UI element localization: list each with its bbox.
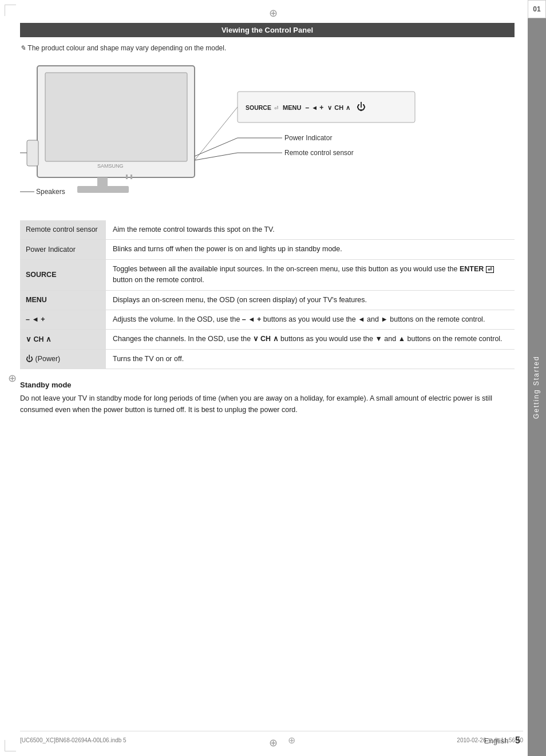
- feature-desc-cell-3: Displays an on-screen menu, the OSD (on …: [106, 290, 515, 310]
- svg-rect-1: [45, 73, 187, 161]
- footer-left: [UC6500_XC]BN68-02694A-00L06.indb 5: [20, 737, 126, 743]
- subtitle-text: The product colour and shape may vary de…: [27, 44, 226, 52]
- feature-desc-cell-5: Changes the channels. In the OSD, use th…: [106, 330, 515, 349]
- standby-section: Standby mode Do not leave your TV in sta…: [20, 381, 515, 415]
- feature-desc-cell-1: Blinks and turns off when the power is o…: [106, 240, 515, 259]
- left-compass-icon: ⊕: [8, 372, 17, 385]
- feature-desc-cell-0: Aim the remote control towards this spot…: [106, 220, 515, 240]
- feature-desc-cell-2: Toggles between all the available input …: [106, 259, 515, 290]
- svg-rect-3: [126, 175, 128, 179]
- svg-rect-4: [130, 175, 132, 179]
- feature-row-3: MENUDisplays an on-screen menu, the OSD …: [20, 290, 515, 310]
- page-number-area: English 5: [484, 735, 520, 746]
- feature-row-0: Remote control sensorAim the remote cont…: [20, 220, 515, 240]
- svg-line-10: [195, 107, 238, 160]
- corner-tl: [5, 5, 16, 16]
- svg-line-13: [195, 153, 238, 160]
- svg-rect-7: [77, 186, 129, 193]
- feature-row-5: ∨ CH ∧Changes the channels. In the OSD, …: [20, 330, 515, 349]
- page-number: 5: [515, 735, 520, 745]
- tv-diagram: SAMSUNG SOURCE ⏎ MENU – ◄ + ∨ CH ∧: [20, 60, 515, 209]
- right-sidebar: 01 Getting Started: [528, 0, 546, 756]
- feature-name-cell-2: SOURCE: [20, 259, 106, 290]
- footer-compass: ⊕: [288, 735, 295, 746]
- tv-illustration-svg: SAMSUNG SOURCE ⏎ MENU – ◄ + ∨ CH ∧: [20, 60, 518, 209]
- feature-name-cell-4: – ◄ +: [20, 310, 106, 329]
- svg-text:Speakers: Speakers: [36, 188, 65, 196]
- features-table: Remote control sensorAim the remote cont…: [20, 220, 515, 369]
- top-compass-icon: ⊕: [269, 7, 278, 19]
- feature-name-cell-0: Remote control sensor: [20, 220, 106, 240]
- feature-row-1: Power IndicatorBlinks and turns off when…: [20, 240, 515, 259]
- language-label: English: [484, 737, 509, 745]
- svg-rect-5: [27, 140, 38, 166]
- svg-line-11: [195, 138, 238, 156]
- feature-row-4: – ◄ +Adjusts the volume. In the OSD, use…: [20, 310, 515, 329]
- feature-name-cell-3: MENU: [20, 290, 106, 310]
- footer: [UC6500_XC]BN68-02694A-00L06.indb 5 ⊕ 20…: [20, 731, 523, 746]
- feature-name-cell-6: ⏻ (Power): [20, 349, 106, 369]
- feature-row-6: ⏻ (Power)Turns the TV on or off.: [20, 349, 515, 369]
- feature-desc-cell-4: Adjusts the volume. In the OSD, use the …: [106, 310, 515, 329]
- section-label: Getting Started: [528, 18, 546, 756]
- svg-text:SAMSUNG: SAMSUNG: [97, 163, 124, 169]
- corner-bl: [5, 740, 16, 751]
- section-title-bar: Viewing the Control Panel: [20, 23, 515, 37]
- feature-desc-cell-6: Turns the TV on or off.: [106, 349, 515, 369]
- standby-title: Standby mode: [20, 381, 515, 389]
- section-number: 01: [528, 0, 546, 18]
- subtitle-note: The product colour and shape may vary de…: [20, 44, 515, 52]
- feature-name-cell-1: Power Indicator: [20, 240, 106, 259]
- svg-text:Remote control sensor: Remote control sensor: [284, 149, 354, 157]
- standby-text: Do not leave your TV in standby mode for…: [20, 393, 515, 415]
- svg-text:Power Indicator: Power Indicator: [284, 134, 332, 142]
- section-title: Viewing the Control Panel: [221, 26, 313, 34]
- feature-name-cell-5: ∨ CH ∧: [20, 330, 106, 349]
- feature-row-2: SOURCEToggles between all the available …: [20, 259, 515, 290]
